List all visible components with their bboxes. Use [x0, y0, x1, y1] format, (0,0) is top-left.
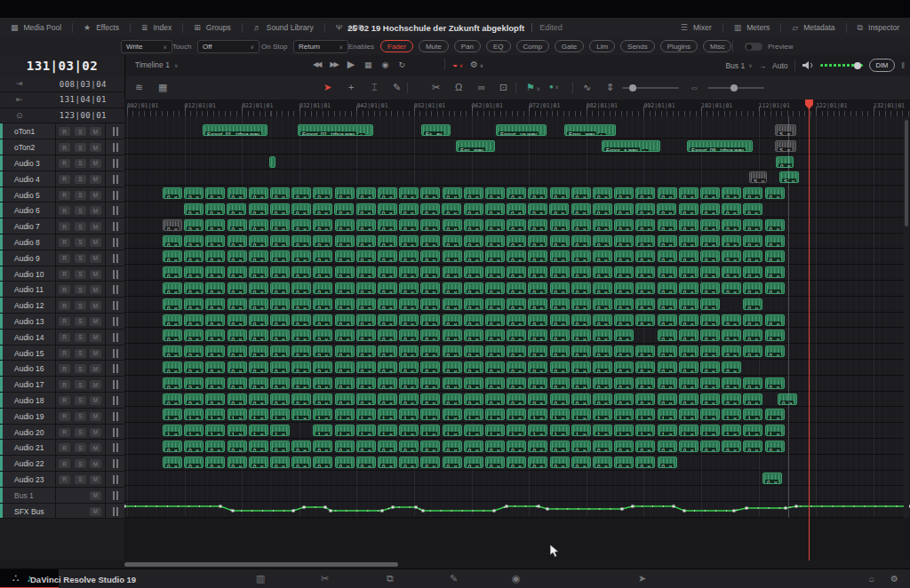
audio-clip[interactable]: 0...v [614, 346, 634, 357]
audio-clip[interactable]: 0...v [399, 203, 419, 215]
audio-clip[interactable]: 0...v [700, 346, 720, 357]
audio-clip[interactable]: 0...v [528, 362, 547, 373]
audio-clip[interactable]: 0...v [399, 377, 419, 389]
audio-clip[interactable]: 1...v [550, 409, 570, 420]
audio-clip[interactable]: 0...v [228, 298, 247, 310]
audio-clip[interactable]: 0...v [270, 314, 290, 326]
audio-clip[interactable]: 0...v [722, 441, 741, 452]
audio-clip[interactable]: 0...v [399, 346, 419, 357]
record-arm-button[interactable]: R [59, 380, 70, 389]
on-stop-combo[interactable]: Return∨ [293, 40, 348, 53]
audio-clip[interactable]: 1...v [464, 409, 483, 420]
record-arm-button[interactable]: R [59, 301, 70, 310]
audio-clip[interactable]: 0...v [614, 298, 634, 310]
audio-clip[interactable]: 0...v [378, 187, 397, 199]
record-arm-button[interactable]: R [59, 443, 70, 452]
audio-clip[interactable]: 0...v [163, 266, 182, 278]
track-drag-handle-icon[interactable] [111, 127, 120, 136]
audio-clip[interactable]: 0...v [420, 393, 440, 405]
audio-clip[interactable]: 1...v [228, 425, 247, 436]
audio-clip[interactable]: 0...v [658, 362, 677, 373]
audio-clip[interactable]: Exp...wavfx [456, 140, 495, 152]
audio-clip[interactable]: 0...v [334, 203, 354, 215]
timeline-settings-button[interactable]: ⚙ ∨ [470, 60, 483, 69]
audio-clip[interactable]: 0...v [399, 457, 419, 468]
audio-clip[interactable]: 0...v [443, 266, 462, 278]
track-drag-handle-icon[interactable] [111, 159, 120, 168]
solo-button[interactable]: S [75, 301, 86, 310]
audio-clip[interactable]: 0...v [420, 219, 440, 231]
audio-clip[interactable]: 0...v [420, 187, 440, 199]
audio-clip[interactable]: 0...v [184, 377, 204, 389]
audio-clip[interactable]: 1...v [507, 409, 526, 420]
trim-tool[interactable]: + [348, 81, 354, 93]
mute-button[interactable]: M [90, 428, 101, 437]
audio-clip[interactable]: 0...v [184, 393, 204, 405]
horizontal-scrollbar[interactable] [0, 560, 910, 568]
audio-clip[interactable]: 1...v [399, 409, 419, 420]
audio-clip[interactable]: 1...v [635, 425, 655, 436]
track-drag-handle-icon[interactable] [111, 349, 120, 358]
audio-clip[interactable]: 0...v [743, 250, 762, 262]
audio-clip[interactable]: 0...v [163, 298, 182, 310]
audio-clip[interactable]: Export_01...tzbus.wav [203, 124, 267, 136]
audio-clip[interactable]: 0...v [507, 441, 526, 452]
mute-button[interactable]: M [90, 380, 101, 389]
audio-clip[interactable]: 0...v [443, 298, 462, 310]
audio-clip[interactable]: 0...v [464, 282, 483, 294]
audio-clip[interactable]: 0...v [291, 362, 311, 373]
audio-clip[interactable]: 0...v [420, 250, 440, 262]
mute-button[interactable]: M [90, 333, 101, 342]
audio-clip[interactable]: 1...v [249, 425, 268, 436]
track-header-audio-11[interactable]: Audio 11RSM [0, 282, 124, 298]
audio-clip[interactable]: 0...v [228, 441, 247, 452]
audio-clip[interactable]: 0...v [335, 250, 355, 262]
audio-clip[interactable]: 0...v [658, 219, 677, 231]
rewind-button[interactable]: ◀◀ [313, 60, 320, 68]
audio-clip[interactable]: 0...v [635, 298, 655, 310]
automation-mode-combo[interactable]: Write∨ [121, 40, 172, 53]
playhead-line[interactable] [809, 99, 810, 560]
audio-clip[interactable]: 0...v [743, 346, 762, 357]
audio-clip[interactable]: 0...v [550, 330, 570, 341]
audio-clip[interactable]: 0...v [614, 219, 634, 231]
track-header-audio-16[interactable]: Audio 16RSM [0, 361, 124, 377]
audio-clip[interactable]: 1...v [228, 409, 247, 420]
record-arm-button[interactable]: R [59, 222, 70, 231]
record-arm-button[interactable]: R [59, 475, 70, 484]
audio-clip[interactable]: 0...v [507, 377, 526, 389]
track-drag-handle-icon[interactable] [111, 443, 120, 452]
track-header-oton2[interactable]: oTon2RSM [0, 139, 124, 155]
project-settings-button[interactable]: ⚙ [890, 574, 898, 584]
audio-clip[interactable]: 0...v [571, 250, 591, 262]
audio-clip[interactable]: 0...v [571, 346, 591, 357]
audio-clip[interactable]: 0...v [270, 393, 290, 405]
audio-clip[interactable]: 0...v [571, 393, 591, 405]
audio-clip[interactable]: 0...v [205, 393, 225, 405]
audio-clip[interactable]: 0...v [356, 250, 376, 262]
audio-clip[interactable]: 1...v [571, 409, 591, 420]
audio-clip[interactable]: 0...v [507, 457, 526, 468]
audio-clip[interactable]: 0...v [205, 187, 225, 199]
audio-clip[interactable]: 0...v [249, 187, 268, 199]
audio-clip[interactable]: 0...v [765, 282, 785, 294]
mute-button[interactable]: M [90, 191, 101, 200]
audio-clip[interactable]: 0...v [593, 377, 612, 389]
mute-button[interactable]: M [90, 364, 101, 373]
enable-pill-gate[interactable]: Gate [555, 40, 584, 52]
audio-clip[interactable]: 0...v [184, 330, 204, 341]
audio-clip[interactable]: 0...v [550, 441, 570, 452]
track-header-oton1[interactable]: oTon1RSM [0, 123, 124, 139]
mute-button[interactable]: M [90, 143, 101, 152]
audio-clip[interactable]: 0...v [335, 298, 355, 310]
record-arm-button[interactable]: R [59, 428, 70, 437]
audio-clip[interactable]: 0...v [228, 393, 247, 405]
solo-button[interactable]: S [75, 317, 86, 326]
flag-button[interactable]: ⚑ ∨ [526, 81, 540, 95]
track-drag-handle-icon[interactable] [111, 475, 120, 484]
audio-clip[interactable]: 0...v [550, 187, 570, 199]
audio-clip[interactable]: 1...v [679, 409, 698, 420]
audio-clip[interactable]: 0...v [205, 330, 225, 341]
audio-clip[interactable]: 0...v [205, 298, 225, 310]
selection-tool[interactable]: ➤ [323, 81, 331, 93]
